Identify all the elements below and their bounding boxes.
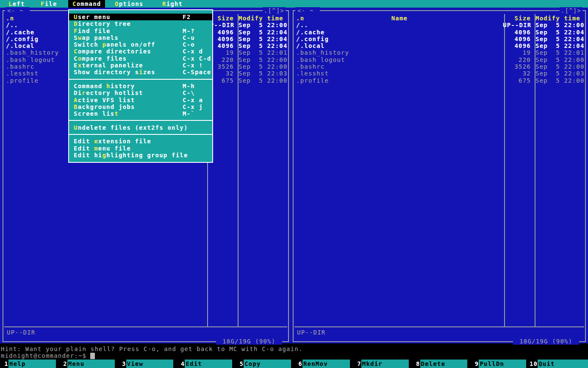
file-row[interactable]: .lesshst32Sep 5 22:03 — [294, 70, 584, 77]
menu-item-compare-files[interactable]: Compare filesC-x C-d — [69, 55, 212, 62]
menu-item-edit-extension-file[interactable]: Edit extension file — [69, 138, 212, 145]
menu-item-swap-panels[interactable]: Swap panelsC-u — [69, 34, 212, 41]
label-text: enu file — [98, 145, 131, 152]
fkey-label: RenMov — [302, 360, 350, 368]
file-row[interactable]: .bash_history19Sep 5 22:01 — [294, 49, 584, 56]
label-text: eft — [13, 0, 25, 7]
menu-separator — [69, 131, 212, 138]
label-text: hlighting group file — [106, 152, 188, 159]
menu-separator-line — [69, 79, 212, 80]
name-column-header[interactable]: .nName — [294, 15, 503, 22]
fkey-10-quit[interactable]: 10Quit — [529, 360, 588, 368]
right-panel-scroll-marker[interactable]: .[^]> — [560, 7, 582, 14]
fkey-5-copy[interactable]: 5Copy — [235, 360, 294, 368]
label-text: ind file — [78, 28, 111, 34]
shell-prompt-line[interactable]: midnight@commander:~$ — [1, 352, 588, 359]
menu-bar: LeftFileCommandOptionsRight — [0, 0, 588, 8]
hotkey-letter: F — [74, 28, 78, 34]
file-mtime: Sep 5 22:01 — [533, 49, 584, 56]
mini-status-separator — [4, 326, 287, 327]
file-size: 3526 — [503, 63, 533, 70]
menu-item-active-vfs-list[interactable]: Active VFS listC-x a — [69, 97, 212, 103]
left-panel-path[interactable]: <- ~ — [5, 7, 30, 14]
label-text: mpare files — [82, 55, 127, 62]
menubar-item-file[interactable]: File — [41, 0, 57, 8]
fkey-label: Edit — [185, 360, 232, 368]
right-panel-rows: .nNameSizeModify time/..UP--DIRSep 5 22:… — [294, 12, 584, 84]
mtime-column-header[interactable]: Modify time — [236, 15, 287, 22]
menu-item-shortcut: M-? — [183, 28, 195, 34]
fkey-2-menu[interactable]: 2Menu — [59, 360, 118, 368]
menubar-item-left[interactable]: Left — [8, 0, 25, 8]
right-mini-status: UP--DIR — [297, 329, 325, 336]
menu-item-shortcut: C-x a — [183, 97, 203, 103]
fkey-6-renmov[interactable]: 6RenMov — [294, 360, 353, 368]
file-mtime: Sep 5 22:00 — [236, 22, 287, 28]
menu-item-compare-directories[interactable]: Compare directoriesC-x d — [69, 48, 212, 55]
left-panel-scroll-marker[interactable]: .[^]> — [263, 7, 286, 14]
sort-indicator: .n — [6, 15, 14, 22]
menu-item-directory-hotlist[interactable]: Directory hotlistC-\ — [69, 89, 212, 96]
label-text: anels on/off — [106, 41, 155, 48]
fkey-3-view[interactable]: 3View — [118, 360, 177, 368]
label-text: ight — [166, 0, 183, 7]
hotkey-letter: g — [102, 152, 106, 159]
name-column-label: Name — [296, 15, 503, 22]
file-row[interactable]: .bash_logout220Sep 5 22:00 — [294, 56, 584, 63]
fkey-number: 8 — [412, 360, 420, 368]
menu-item-external-panelize[interactable]: External panelizeC-x ! — [69, 62, 212, 69]
right-panel: <- ~ .[^]>.nNameSizeModify time/..UP--DI… — [293, 10, 586, 342]
file-size: 32 — [503, 70, 533, 77]
label-text: C — [74, 55, 78, 62]
hotkey-letter: A — [74, 97, 78, 103]
fkey-8-delete[interactable]: 8Delete — [412, 360, 471, 368]
right-panel-path[interactable]: <- ~ — [295, 7, 320, 14]
menu-item-background-jobs[interactable]: Background jobsC-x j — [69, 103, 212, 110]
file-row[interactable]: /.local4096Sep 5 22:04 — [294, 42, 584, 49]
file-row[interactable]: .profile675Sep 5 22:00 — [294, 77, 584, 84]
menu-item-shortcut: M-h — [183, 83, 195, 89]
fkey-1-help[interactable]: 1Help — [0, 360, 59, 368]
menu-item-show-directory-sizes[interactable]: Show directory sizesC-Space — [69, 69, 212, 75]
label-text: ptions — [119, 0, 144, 7]
menu-separator — [69, 76, 212, 83]
left-disk-usage: 18G/19G (90%) — [216, 338, 282, 345]
right-disk-usage: 18G/19G (90%) — [513, 338, 579, 345]
file-row[interactable]: /..UP--DIRSep 5 22:00 — [294, 22, 584, 28]
menu-item-undelete-files-ext2fs-only[interactable]: Undelete files (ext2fs only) — [69, 124, 212, 131]
hotkey-letter: D — [74, 20, 78, 27]
menu-item-switch-panels-on-off[interactable]: Switch panels on/offC-o — [69, 41, 212, 48]
label-text: Edit hi — [74, 152, 102, 159]
hotkey-letter: R — [162, 0, 166, 7]
hotkey-letter: e — [94, 138, 98, 145]
fkey-9-pulldn[interactable]: 9PullDn — [470, 360, 529, 368]
fkey-7-mkdir[interactable]: 7Mkdir — [353, 360, 412, 368]
menu-item-command-history[interactable]: Command historyM-h — [69, 83, 212, 89]
mtime-column-header[interactable]: Modify time — [533, 15, 584, 22]
menu-item-edit-highlighting-group-file[interactable]: Edit highlighting group file — [69, 152, 212, 159]
file-row[interactable]: .bashrc3526Sep 5 22:00 — [294, 63, 584, 70]
file-mtime: Sep 5 22:00 — [533, 22, 584, 28]
file-row[interactable]: /.cache4096Sep 5 22:04 — [294, 29, 584, 36]
fkey-number: 6 — [294, 360, 302, 368]
menu-item-screen-list[interactable]: Screen listM-` — [69, 110, 212, 117]
fkey-number: 4 — [176, 360, 185, 368]
menubar-item-options[interactable]: Options — [115, 0, 143, 8]
file-row[interactable]: /.config4096Sep 5 22:04 — [294, 36, 584, 42]
menu-item-directory-tree[interactable]: Directory tree — [69, 20, 212, 27]
fkey-4-edit[interactable]: 4Edit — [176, 360, 235, 368]
menubar-item-command[interactable]: Command — [68, 0, 105, 8]
size-column-header[interactable]: Size — [503, 15, 533, 22]
menu-item-shortcut: C-x C-d — [183, 55, 211, 62]
mc-screen: LeftFileCommandOptionsRight <- ~ .[^]>.n… — [0, 0, 588, 368]
menu-item-find-file[interactable]: Find fileM-? — [69, 28, 212, 34]
menu-item-edit-menu-file[interactable]: Edit menu file — [69, 145, 212, 152]
file-name: /.cache — [294, 29, 503, 36]
file-mtime: Sep 5 22:03 — [236, 70, 287, 77]
menubar-item-right[interactable]: Right — [162, 0, 183, 8]
menu-item-shortcut: C-Space — [183, 69, 211, 75]
file-mtime: Sep 5 22:04 — [236, 42, 287, 49]
label-text: xtension file — [98, 138, 151, 145]
file-name: /.local — [294, 42, 503, 49]
menu-item-user-menu[interactable]: User menuF2 — [69, 14, 212, 20]
